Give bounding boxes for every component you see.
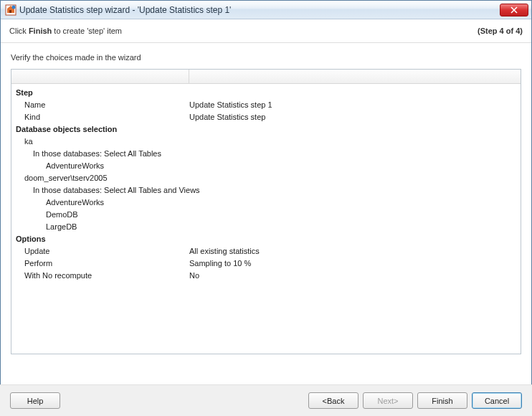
- value-name: Update Statistics step 1: [189, 99, 516, 111]
- app-icon: [5, 4, 16, 16]
- label-norecompute: With No recompute: [16, 270, 189, 282]
- value-perform: Sampling to 10 %: [189, 257, 516, 270]
- close-button[interactable]: [500, 4, 528, 16]
- summary-columns-header: [11, 70, 521, 84]
- label-kind: Kind: [16, 111, 189, 123]
- section-options-heading: Options: [16, 233, 189, 245]
- row-scope: In those databases: Select All Tables: [16, 148, 516, 160]
- db-name: DemoDB: [16, 209, 189, 221]
- help-button[interactable]: Help: [10, 392, 60, 409]
- step-counter: (Step 4 of 4): [478, 27, 523, 35]
- db-name: LargeDB: [16, 221, 189, 233]
- window-title: Update Statistics step wizard - 'Update …: [19, 5, 500, 15]
- section-options: Options: [16, 233, 516, 245]
- row-db: AdventureWorks: [16, 160, 516, 172]
- label-name: Name: [16, 99, 189, 111]
- section-step: Step: [16, 87, 516, 99]
- wizard-header: Click Finish to create 'step' item (Step…: [1, 19, 531, 43]
- label-perform: Perform: [16, 257, 189, 270]
- server-name: doom_server\tserv2005: [16, 172, 516, 184]
- cancel-button[interactable]: Cancel: [472, 392, 522, 409]
- svg-point-2: [12, 5, 16, 9]
- title-bar: Update Statistics step wizard - 'Update …: [1, 1, 531, 19]
- row-db: LargeDB: [16, 221, 516, 233]
- server-name: ka: [16, 136, 189, 148]
- label-update: Update: [16, 245, 189, 257]
- summary-col-value: [189, 70, 521, 83]
- summary-body: Step Name Update Statistics step 1 Kind …: [11, 84, 521, 285]
- finish-button[interactable]: Finish: [417, 392, 467, 409]
- button-bar: Help <Back Next> Finish Cancel: [0, 384, 532, 416]
- value-kind: Update Statistics step: [189, 111, 516, 123]
- summary-panel: Step Name Update Statistics step 1 Kind …: [11, 69, 521, 354]
- section-dbsel: Database objects selection: [16, 123, 516, 136]
- row-name: Name Update Statistics step 1: [16, 99, 516, 111]
- close-icon: [510, 6, 518, 14]
- back-button[interactable]: <Back: [308, 392, 358, 409]
- svg-rect-1: [9, 10, 11, 13]
- row-update: Update All existing statistics: [16, 245, 516, 257]
- content-area: Verify the choices made in the wizard St…: [1, 43, 531, 354]
- db-name: AdventureWorks: [16, 197, 189, 209]
- row-db: AdventureWorks: [16, 197, 516, 209]
- value-update: All existing statistics: [189, 245, 516, 257]
- server-scope: In those databases: Select All Tables an…: [16, 184, 516, 197]
- header-instruction: Click Finish to create 'step' item: [9, 27, 122, 35]
- row-norecompute: With No recompute No: [16, 270, 516, 282]
- row-server: ka: [16, 136, 516, 148]
- db-name: AdventureWorks: [16, 160, 189, 172]
- section-step-heading: Step: [16, 87, 189, 99]
- row-kind: Kind Update Statistics step: [16, 111, 516, 123]
- row-db: DemoDB: [16, 209, 516, 221]
- next-button: Next>: [363, 392, 413, 409]
- header-suffix: to create 'step' item: [52, 27, 122, 35]
- row-perform: Perform Sampling to 10 %: [16, 257, 516, 270]
- section-dbsel-heading: Database objects selection: [16, 123, 189, 136]
- header-prefix: Click: [9, 27, 29, 35]
- server-scope: In those databases: Select All Tables: [16, 148, 516, 160]
- row-server: doom_server\tserv2005: [16, 172, 516, 184]
- row-scope: In those databases: Select All Tables an…: [16, 184, 516, 197]
- verify-label: Verify the choices made in the wizard: [11, 53, 521, 62]
- value-norecompute: No: [189, 270, 516, 282]
- header-bold: Finish: [29, 27, 52, 35]
- summary-col-key: [11, 70, 189, 83]
